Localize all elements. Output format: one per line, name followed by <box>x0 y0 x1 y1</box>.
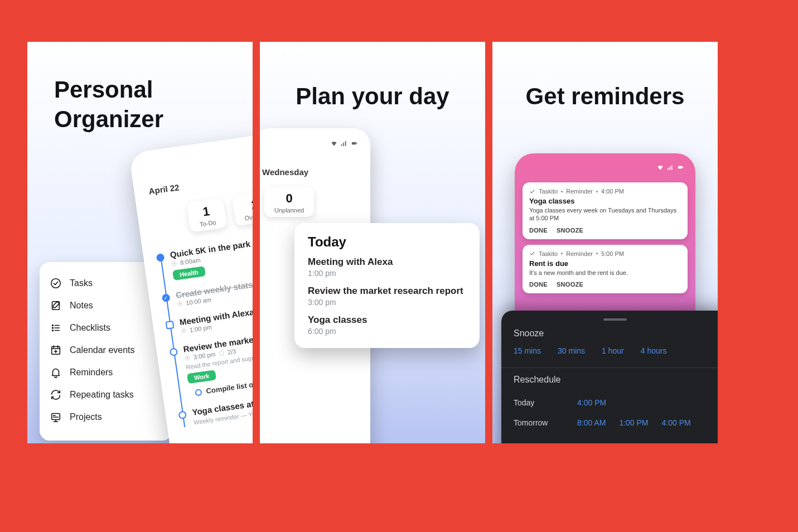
wifi-icon <box>656 163 664 171</box>
today-item[interactable]: Meeting with Alexa 1:00 pm <box>308 257 466 278</box>
feature-label: Calendar events <box>70 345 135 355</box>
app-check-icon <box>529 188 535 195</box>
projects-icon <box>50 411 62 423</box>
today-item[interactable]: Yoga classes 6:00 pm <box>308 315 466 336</box>
signal-icon <box>666 163 674 171</box>
svg-point-2 <box>52 325 54 326</box>
timeline-dot-icon <box>156 253 165 262</box>
reschedule-time[interactable]: 1:00 PM <box>619 418 648 427</box>
battery-icon <box>350 139 358 147</box>
task-item[interactable]: Quick 5K in the park 8:00am Health <box>170 229 253 280</box>
snooze-option[interactable]: 4 hours <box>641 346 667 355</box>
timeline-square-icon <box>166 321 175 330</box>
reschedule-heading: Reschedule <box>514 375 717 385</box>
svg-rect-17 <box>683 167 683 168</box>
status-bar <box>523 160 688 177</box>
note-icon <box>50 299 62 312</box>
notification-card[interactable]: Taskito Reminder 4:00 PM Yoga classes Yo… <box>523 182 688 239</box>
notif-done-button[interactable]: DONE <box>529 281 548 288</box>
feature-label: Notes <box>70 301 93 311</box>
feature-projects[interactable]: Projects <box>50 406 162 428</box>
feature-label: Repeating tasks <box>70 390 134 400</box>
tag-health[interactable]: Health <box>172 266 206 280</box>
snooze-option[interactable]: 1 hour <box>602 346 624 355</box>
bell-icon <box>50 366 62 379</box>
notif-snooze-button[interactable]: SNOOZE <box>557 227 583 234</box>
svg-rect-6 <box>52 414 60 420</box>
feature-label: Checklists <box>70 323 110 333</box>
svg-rect-15 <box>356 143 357 144</box>
svg-rect-14 <box>352 142 356 145</box>
wifi-icon <box>330 139 338 147</box>
clock-icon <box>184 355 190 361</box>
feature-label: Projects <box>70 412 102 422</box>
status-bar <box>262 138 361 153</box>
svg-point-4 <box>52 330 54 331</box>
checklist-icon <box>50 322 62 334</box>
repeat-icon <box>50 389 62 401</box>
stat-unplanned[interactable]: 0 Unplanned <box>264 187 314 217</box>
clock-icon <box>181 328 187 334</box>
progress-icon <box>219 350 225 356</box>
app-check-icon <box>529 250 535 257</box>
today-heading: Today <box>308 234 466 250</box>
snooze-option[interactable]: 30 mins <box>558 346 585 355</box>
promo-panel-1: PersonalOrganizer Tasks Notes Checklists… <box>27 42 253 443</box>
task-item[interactable]: Review the market research 3:00 pm 2/3 R… <box>183 323 253 398</box>
svg-point-0 <box>51 279 61 288</box>
timeline-ring-icon <box>169 347 178 356</box>
calendar-add-icon <box>50 344 62 356</box>
promo-panel-2: Plan your day Wednesday 0 Unplanned Toda… <box>260 42 485 443</box>
svg-point-13 <box>219 351 224 355</box>
feature-checklists[interactable]: Checklists <box>50 317 162 339</box>
feature-tasks[interactable]: Tasks <box>50 272 162 294</box>
reschedule-time[interactable]: 4:00 PM <box>577 398 606 407</box>
stat-todo[interactable]: 1 To-Do <box>187 197 227 233</box>
panel2-title: Plan your day <box>260 42 485 112</box>
today-item[interactable]: Review the market research report 3:00 p… <box>308 286 466 307</box>
svg-rect-16 <box>678 166 683 169</box>
date-label: April 22 <box>148 182 180 196</box>
feature-reminders[interactable]: Reminders <box>50 361 162 384</box>
snooze-option[interactable]: 15 mins <box>514 346 541 355</box>
battery-icon <box>676 163 684 171</box>
timeline-alarm-icon <box>178 410 187 419</box>
check-circle-icon <box>50 277 62 289</box>
subtask-ring-icon <box>195 389 202 396</box>
tag-work[interactable]: Work <box>187 370 216 384</box>
snooze-heading: Snooze <box>514 328 717 338</box>
notif-done-button[interactable]: DONE <box>529 227 548 234</box>
notification-card[interactable]: Taskito Reminder 5:00 PM Rent is due It'… <box>523 245 688 293</box>
feature-label: Tasks <box>70 278 93 288</box>
reschedule-row-tomorrow: Tomorrow 8:00 AM 1:00 PM 4:00 PM <box>514 413 717 433</box>
notif-snooze-button[interactable]: SNOOZE <box>557 281 583 288</box>
reschedule-row-today: Today 4:00 PM <box>514 393 717 413</box>
feature-calendar[interactable]: Calendar events <box>50 339 162 361</box>
signal-icon <box>340 139 348 147</box>
day-label: Wednesday <box>262 167 361 177</box>
panel3-title: Get reminders <box>492 42 718 112</box>
reschedule-time[interactable]: 8:00 AM <box>577 418 606 427</box>
today-card: Today Meeting with Alexa 1:00 pm Review … <box>294 223 480 348</box>
promo-panel-3: Get reminders Taskito Reminder 4:00 PM Y… <box>492 42 718 443</box>
task-timeline: Quick 5K in the park 8:00am Health ✓ Cre… <box>155 229 253 428</box>
timeline-check-icon: ✓ <box>162 293 171 302</box>
feature-label: Reminders <box>70 367 113 378</box>
stat-overdue[interactable]: 2 Overdue <box>231 190 253 226</box>
clock-icon <box>177 301 183 307</box>
panel1-title: PersonalOrganizer <box>54 75 163 134</box>
svg-point-3 <box>52 327 54 328</box>
reschedule-time[interactable]: 4:00 PM <box>662 418 691 427</box>
clock-icon <box>171 260 177 267</box>
snooze-bottom-sheet: Snooze 15 mins 30 mins 1 hour 4 hours Re… <box>501 311 718 443</box>
feature-repeating[interactable]: Repeating tasks <box>50 384 162 406</box>
sheet-grab-handle[interactable] <box>603 318 627 321</box>
feature-notes[interactable]: Notes <box>50 294 162 317</box>
